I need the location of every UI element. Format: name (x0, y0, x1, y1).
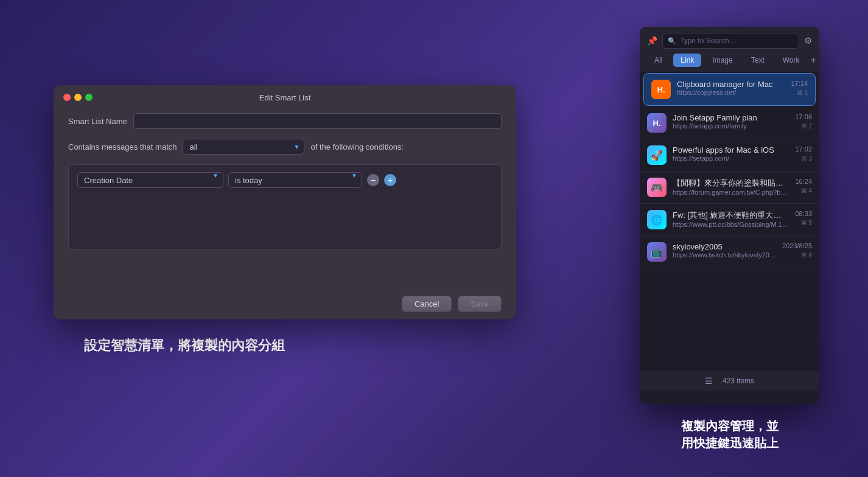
search-bar[interactable]: 🔍 Type to Search... (662, 33, 799, 49)
dialog-body: Smart List Name Contains messages that m… (54, 101, 516, 262)
clip-item-shortcut: ⌘ 1 (797, 89, 808, 96)
gear-icon[interactable]: ⚙ (804, 35, 812, 46)
clip-item-content: Join Setapp Family plan https://setapp.c… (673, 113, 789, 130)
clip-item-time: 17:08 (795, 113, 812, 120)
clip-item-meta: 17:14 ⌘ 1 (791, 80, 808, 96)
status-count: 423 items (723, 377, 754, 385)
list-icon: ☰ (705, 376, 713, 386)
tabs-bar: All Link Image Text Work + (640, 54, 819, 72)
smart-list-name-label: Smart List Name (68, 117, 127, 126)
clip-item-url: https://setapp.com/family (673, 122, 789, 130)
clip-item-time: 17:14 (791, 80, 808, 87)
condition-item-row: Creation Date Subject From To Body ▼ is … (77, 172, 492, 188)
clip-item-icon: 🌐 (647, 210, 667, 229)
pin-icon: 📌 (647, 36, 657, 46)
edit-smart-list-dialog: Edit Smart List Smart List Name Contains… (54, 85, 516, 319)
clip-item-content: 【閒聊】來分享你的塗裝和貼紙… https://forum.gamer.com.… (673, 178, 789, 196)
clip-list: H. Clipboard manager for Mac https://cop… (640, 72, 819, 371)
search-icon: 🔍 (668, 37, 676, 45)
field-select-wrapper: Creation Date Subject From To Body ▼ (77, 172, 223, 188)
clip-item-title: Fw: [其他] 旅遊不便鞋的重大… (673, 210, 789, 221)
cancel-button[interactable]: Cancel (402, 296, 452, 312)
clip-item-shortcut: ⌘ 4 (801, 187, 812, 194)
clip-item-content: Powerful apps for Mac & iOS https://seta… (673, 145, 789, 162)
clip-item-shortcut: ⌘ 2 (801, 123, 812, 130)
clip-item-shortcut: ⌘ 3 (801, 155, 812, 162)
clip-item-url: https://www.ptt.cc/bbs/Gossiping/M.16929… (673, 221, 789, 228)
clip-item[interactable]: 🌐 Fw: [其他] 旅遊不便鞋的重大… https://www.ptt.cc/… (640, 204, 819, 236)
clip-item[interactable]: H. Clipboard manager for Mac https://cop… (643, 73, 816, 106)
add-tab-button[interactable]: + (811, 55, 816, 66)
minimize-button[interactable] (74, 94, 82, 101)
smart-list-name-input[interactable] (133, 113, 502, 129)
clip-item-icon: H. (647, 113, 667, 133)
clip-item-meta: 16:24 ⌘ 4 (795, 178, 812, 194)
conditions-match-row: Contains messages that match all any ▼ o… (68, 139, 502, 155)
clip-item-title: 【閒聊】來分享你的塗裝和貼紙… (673, 178, 789, 189)
clip-item-title: skylovely2005 (673, 242, 776, 251)
clip-item-url: https://forum.gamer.com.tw/C.php?bsn=227… (673, 189, 789, 196)
smart-list-name-row: Smart List Name (68, 113, 502, 129)
condition-suffix: of the following conditions: (310, 142, 403, 151)
maximize-button[interactable] (85, 94, 93, 101)
clip-item-shortcut: ⌘ 6 (801, 252, 812, 259)
clip-item-meta: 17:02 ⌘ 3 (795, 145, 812, 162)
clip-item[interactable]: 🎮 【閒聊】來分享你的塗裝和貼紙… https://forum.gamer.co… (640, 172, 819, 204)
dialog-title: Edit Smart List (259, 93, 311, 102)
clip-item-icon: 🚀 (647, 145, 667, 165)
tab-text[interactable]: Text (744, 54, 772, 67)
clip-item-icon: 🎮 (647, 178, 667, 197)
clip-item-title: Join Setapp Family plan (673, 113, 789, 122)
clip-item-shortcut: ⌘ 5 (801, 220, 812, 226)
tab-all[interactable]: All (647, 54, 670, 67)
clip-item-icon: 📺 (647, 242, 667, 262)
tab-image[interactable]: Image (705, 54, 740, 67)
bottom-text-right: 複製內容管理，並用快捷鍵迅速貼上 (640, 417, 819, 451)
app-statusbar: ☰ 423 items (640, 371, 819, 391)
clip-item-time: 17:02 (795, 145, 812, 153)
search-placeholder: Type to Search... (680, 37, 735, 45)
tab-link[interactable]: Link (673, 54, 701, 67)
clip-item-time: 08:33 (795, 210, 812, 217)
right-panel: 📌 🔍 Type to Search... ⚙ All Link Image T… (640, 27, 819, 451)
traffic-lights (63, 94, 93, 101)
clip-item-meta: 08:33 ⌘ 5 (795, 210, 812, 226)
clipboard-app: 📌 🔍 Type to Search... ⚙ All Link Image T… (640, 27, 819, 404)
clip-item-title: Powerful apps for Mac & iOS (673, 145, 789, 155)
app-toolbar: 📌 🔍 Type to Search... ⚙ (640, 27, 819, 54)
clip-item-content: Fw: [其他] 旅遊不便鞋的重大… https://www.ptt.cc/bb… (673, 210, 789, 228)
match-select[interactable]: all any (183, 139, 304, 155)
bottom-text-left: 設定智慧清單，將複製的內容分組 (84, 338, 285, 353)
add-condition-button[interactable]: + (384, 174, 396, 186)
tab-work[interactable]: Work (775, 54, 807, 67)
save-button[interactable]: Save (458, 296, 502, 312)
clip-item-meta: 17:08 ⌘ 2 (795, 113, 812, 130)
clip-item-content: Clipboard manager for Mac https://copyle… (677, 80, 785, 96)
clip-item-meta: 2023/8/25 ⌘ 6 (782, 242, 812, 259)
left-panel: Edit Smart List Smart List Name Contains… (54, 85, 556, 347)
field-select[interactable]: Creation Date Subject From To Body (77, 172, 223, 188)
clip-item-url: https://copyless.net/ (677, 89, 785, 96)
clip-item-title: Clipboard manager for Mac (677, 80, 785, 89)
operator-select-wrapper: is today is before today is after today … (228, 172, 362, 188)
dialog-footer: Cancel Save (54, 288, 516, 319)
dialog-titlebar: Edit Smart List (54, 85, 516, 101)
operator-select[interactable]: is today is before today is after today (228, 172, 362, 188)
clip-item-time: 16:24 (795, 178, 812, 185)
clip-item-content: skylovely2005 https://www.twitch.tv/skyl… (673, 242, 776, 259)
clip-item-url: https://www.twitch.tv/skylovely2005 (673, 251, 776, 259)
match-select-wrapper: all any ▼ (183, 139, 304, 155)
clip-item-time: 2023/8/25 (782, 242, 812, 249)
conditions-box: Creation Date Subject From To Body ▼ is … (68, 164, 502, 249)
close-button[interactable] (63, 94, 71, 101)
clip-item-url: https://setapp.com/ (673, 155, 789, 162)
remove-condition-button[interactable]: − (367, 174, 379, 186)
contains-label: Contains messages that match (68, 142, 177, 151)
clip-item[interactable]: 📺 skylovely2005 https://www.twitch.tv/sk… (640, 236, 819, 268)
clip-item[interactable]: 🚀 Powerful apps for Mac & iOS https://se… (640, 139, 819, 172)
clip-item[interactable]: H. Join Setapp Family plan https://setap… (640, 107, 819, 139)
clip-item-icon: H. (651, 80, 671, 99)
